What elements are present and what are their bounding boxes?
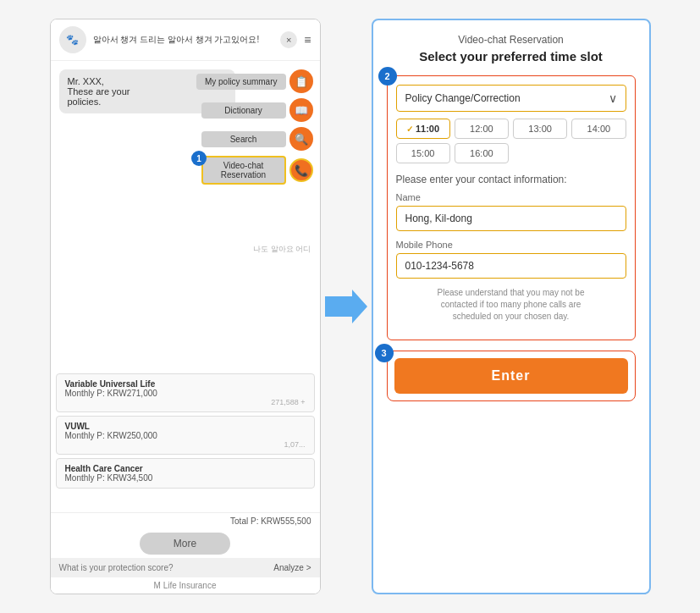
time-slot-1600[interactable]: 16:00 [455,143,509,163]
time-slot-1200[interactable]: 12:00 [455,119,509,139]
menu-item-video-chat[interactable]: Video-chat Reservation 📞 1 [196,156,313,185]
dropdown-arrow-icon: ∨ [609,91,617,105]
dictionary-label: Dictionary [201,102,286,119]
menu-item-dictionary[interactable]: Dictionary 📖 [196,98,313,122]
analyze-prompt: What is your protection score? [59,563,174,572]
phone-field-label: Mobile Phone [396,240,626,250]
step2-badge: 2 [378,67,397,86]
chat-header-text: 알아서 챙겨 드리는 알아서 챙겨 가고있어요! [93,34,274,46]
time-slot-1400[interactable]: 14:00 [571,119,626,139]
main-container: 🐾 알아서 챙겨 드리는 알아서 챙겨 가고있어요! × ≡ Mr. XXX, … [0,0,700,613]
policy-card-3: Health Care Cancer Monthly P: KRW34,500 [56,458,315,489]
policy-card-1: Variable Universal Life Monthly P: KRW27… [56,373,315,412]
reservation-panel: Video-chat Reservation Select your prefe… [372,19,651,594]
menu-item-search[interactable]: Search 🔍 [196,127,313,151]
disclaimer-text: Please understand that you may not be co… [396,287,626,323]
search-icon: 🔍 [289,127,313,151]
chat-panel: 🐾 알아서 챙겨 드리는 알아서 챙겨 가고있어요! × ≡ Mr. XXX, … [50,19,321,594]
policy-cards-area: Variable Universal Life Monthly P: KRW27… [51,373,320,492]
chat-header: 🐾 알아서 챙겨 드리는 알아서 챙겨 가고있어요! × ≡ [51,19,320,61]
phone-input[interactable]: 010-1234-5678 [396,253,626,279]
policy-title-3: Health Care Cancer [65,464,306,473]
arrow-right-icon [325,290,367,323]
step3-area: 3 Enter [387,351,636,401]
arrow-container [321,290,372,323]
policy-summary-icon: 📋 [289,69,313,93]
company-label: M Life Insurance [51,577,320,594]
total-label: Total P: KRW555,500 [230,516,311,526]
time-slot-1100[interactable]: 11:00 [396,119,450,139]
policy-type-dropdown[interactable]: Policy Change/Correction ∨ [396,85,626,112]
search-label: Search [201,131,286,147]
policy-amount-2: 1,07... [65,440,306,449]
policy-amount-1: 271,588 + [65,398,306,406]
policy-premium-2: Monthly P: KRW250,000 [65,431,306,440]
contact-prompt: Please enter your contact information: [396,174,626,185]
step2-section: 2 Policy Change/Correction ∨ 11:00 12:00… [387,75,636,340]
time-slot-1300[interactable]: 13:00 [513,119,567,139]
policy-title-2: VUWL [65,422,306,431]
policy-title-1: Variable Universal Life [65,379,306,389]
more-button[interactable]: More [140,533,230,555]
badge-1: 1 [191,151,207,166]
menu-icon[interactable]: ≡ [304,33,311,47]
name-field-label: Name [396,192,626,202]
analyze-row: What is your protection score? Analyze > [51,558,320,577]
policy-summary-label: My policy summary [196,74,286,90]
analyze-link[interactable]: Analyze > [273,563,311,572]
dictionary-icon: 📖 [289,98,313,122]
name-input[interactable]: Hong, Kil-dong [396,206,626,231]
video-chat-label: Video-chat Reservation [201,156,286,185]
enter-button[interactable]: Enter [394,358,628,394]
step3-badge: 3 [375,344,394,362]
close-button[interactable]: × [280,31,297,48]
time-slots-grid: 11:00 12:00 13:00 14:00 15:00 16:00 [396,119,626,163]
time-slot-1500[interactable]: 15:00 [396,143,450,163]
contact-section: Please enter your contact information: N… [396,174,626,279]
svg-marker-0 [325,290,367,323]
policy-card-2: VUWL Monthly P: KRW250,000 1,07... [56,416,315,455]
video-chat-icon: 📞 [289,158,313,182]
reservation-heading: Select your preferred time slot [387,49,636,64]
policy-premium-1: Monthly P: KRW271,000 [65,389,306,398]
policy-premium-3: Monthly P: KRW34,500 [65,473,306,483]
total-row: Total P: KRW555,500 [51,513,320,529]
chat-avatar: 🐾 [59,26,86,53]
dropdown-label: Policy Change/Correction [405,92,521,104]
enter-border: Enter [387,351,636,401]
blurred-text-1: 나도 알아요 어디 [59,244,311,255]
reservation-title: Video-chat Reservation [387,34,636,46]
chat-footer: Total P: KRW555,500 More What is your pr… [51,512,320,594]
menu-item-policy-summary[interactable]: My policy summary 📋 [196,69,313,93]
menu-buttons: My policy summary 📋 Dictionary 📖 Search … [196,69,313,185]
